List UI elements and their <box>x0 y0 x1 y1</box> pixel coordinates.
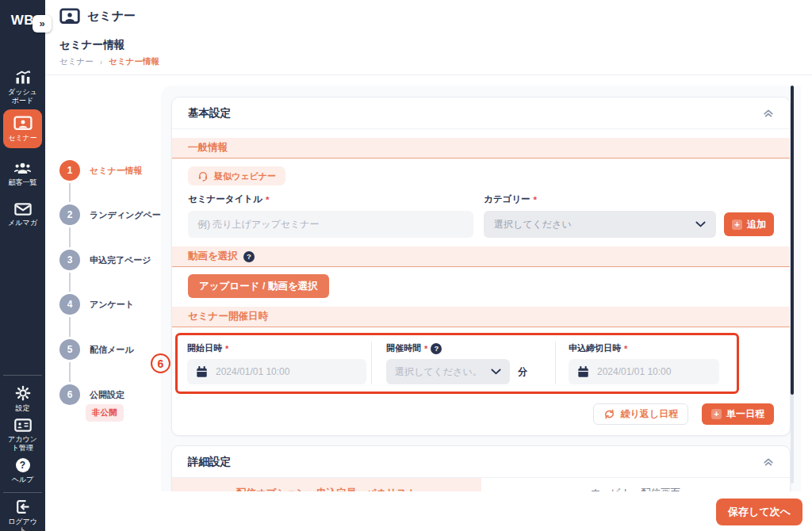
step-number: 1 <box>59 160 80 181</box>
help-icon: ? <box>16 458 30 472</box>
select-placeholder: 選択してください。 <box>395 365 482 379</box>
sidebar-item-dashboard[interactable]: ダッシュボード <box>0 70 45 106</box>
step-connector <box>69 273 71 292</box>
advanced-tabs: 配信オプション・申込定員・パネリスト ウェビナー配信画面 <box>172 478 790 491</box>
step-number: 3 <box>59 250 80 270</box>
deadline-label: 申込締切日時 * <box>569 342 737 354</box>
category-label: カテゴリー * <box>484 193 774 205</box>
minutes-suffix: 分 <box>518 365 527 379</box>
status-badge-private: 非公開 <box>86 404 124 422</box>
step-1-seminar-info[interactable]: 1 セミナー情報 <box>59 160 143 181</box>
sidebar-item-label: 設定 <box>5 404 41 413</box>
step-connector <box>69 362 71 382</box>
section-title: 動画を選択 <box>188 250 238 263</box>
upload-video-button[interactable]: アップロード / 動画を選択 <box>188 274 329 298</box>
repeat-schedule-button[interactable]: 繰り返し日程 <box>593 403 688 425</box>
step-number: 4 <box>59 294 80 315</box>
required-mark: * <box>225 344 228 353</box>
add-category-button[interactable]: + 追加 <box>724 212 774 236</box>
step-4-survey[interactable]: 4 アンケート <box>59 294 134 315</box>
sidebar-item-account[interactable]: アカウント管理 <box>0 418 45 453</box>
required-mark: * <box>534 195 537 204</box>
advanced-settings-card: 詳細設定 配信オプション・申込定員・パネリスト ウェビナー配信画面 <box>171 445 791 491</box>
step-label: ランディングページ <box>90 209 170 221</box>
section-seminar-datetime: セミナー開催日時 <box>172 307 790 327</box>
start-datetime-input[interactable]: 2024/01/01 10:00 <box>187 359 366 384</box>
start-datetime-label: 開始日時 * <box>187 342 371 354</box>
breadcrumb-seminar[interactable]: セミナー <box>59 56 94 67</box>
card-title: 詳細設定 <box>188 455 231 469</box>
customers-icon <box>13 162 32 175</box>
duration-label: 開催時間* ? <box>386 342 555 354</box>
sidebar-item-help[interactable]: ? ヘルプ <box>0 458 45 484</box>
id-card-icon <box>14 418 32 432</box>
breadcrumb-separator-icon: › <box>100 57 103 67</box>
sidebar-item-customers[interactable]: 顧客一覧 <box>0 162 45 187</box>
sidebar-item-seminar[interactable]: セミナー <box>3 109 42 148</box>
step-label: 配信メール <box>90 344 134 356</box>
seminar-title-input[interactable] <box>188 211 473 238</box>
step-connector <box>69 227 71 247</box>
step-number: 2 <box>59 204 80 225</box>
date-placeholder: 2024/01/01 10:00 <box>216 366 289 377</box>
single-schedule-button[interactable]: + 単一日程 <box>702 403 774 425</box>
webinar-icon <box>13 116 33 131</box>
app-title: セミナー <box>87 9 136 24</box>
save-next-button[interactable]: 保存して次へ <box>716 499 802 525</box>
step-number: 6 <box>59 384 80 405</box>
chevron-double-up-icon[interactable] <box>763 109 774 118</box>
sidebar-item-label: アカウント管理 <box>5 435 41 453</box>
basic-settings-card: 基本設定 一般情報 疑似ウェビナー <box>171 97 791 436</box>
badge-label: 疑似ウェビナー <box>214 170 276 182</box>
sidebar-item-label: セミナー <box>5 134 41 143</box>
repeat-icon <box>603 409 615 419</box>
schedule-highlight-box: 開始日時 * 2024/01/01 10:00 <box>175 333 739 394</box>
section-general-info: 一般情報 <box>172 138 790 159</box>
basic-settings-header: 基本設定 <box>172 97 790 129</box>
sidebar-item-label: 顧客一覧 <box>5 178 41 187</box>
select-placeholder: 選択してください <box>494 218 572 231</box>
seminar-app-icon <box>59 8 80 25</box>
card-title: 基本設定 <box>188 106 231 120</box>
app-sidebar: WB ダッシュボード セミナー <box>0 0 45 531</box>
step-label: アンケート <box>90 299 134 311</box>
help-icon[interactable]: ? <box>243 251 255 262</box>
breadcrumb-current: セミナー情報 <box>109 56 159 67</box>
section-video-select: 動画を選択 ? <box>172 246 790 267</box>
sidebar-item-logout[interactable]: ログアウト <box>0 499 45 531</box>
sidebar-item-label: ログアウト <box>5 518 41 531</box>
sidebar-item-label: メルマガ <box>5 219 41 227</box>
tab-webinar-screen[interactable]: ウェビナー配信画面 <box>481 478 791 491</box>
step-3-completion-page[interactable]: 3 申込完了ページ <box>59 250 151 270</box>
step-5-delivery-mail[interactable]: 5 配信メール <box>59 339 134 360</box>
step-connector <box>69 183 71 202</box>
breadcrumb: セミナー › セミナー情報 <box>59 56 159 67</box>
deadline-datetime-input[interactable]: 2024/01/01 10:00 <box>569 359 719 384</box>
pseudo-webinar-badge: 疑似ウェビナー <box>188 166 285 185</box>
scrollbar-thumb[interactable] <box>791 86 794 395</box>
calendar-icon <box>577 366 589 378</box>
sidebar-divider <box>3 492 42 493</box>
sidebar-item-mail[interactable]: メルマガ <box>0 203 45 227</box>
page-title: セミナー情報 <box>59 38 124 52</box>
sidebar-expand-button[interactable]: » <box>33 15 52 32</box>
category-select[interactable]: 選択してください <box>484 211 716 238</box>
sidebar-item-label: ダッシュボード <box>5 88 41 106</box>
logout-icon <box>15 499 31 514</box>
chevron-double-up-icon[interactable] <box>763 457 774 467</box>
required-mark: * <box>266 195 269 204</box>
duration-select[interactable]: 選択してください。 <box>386 359 510 384</box>
step-label: 公開設定 <box>90 389 124 401</box>
headset-icon <box>197 170 209 181</box>
chevron-down-icon <box>695 221 706 227</box>
sidebar-item-settings[interactable]: 設定 <box>0 385 45 413</box>
main-panel: 基本設定 一般情報 疑似ウェビナー <box>161 86 801 491</box>
help-icon[interactable]: ? <box>431 343 442 354</box>
step-2-landing-page[interactable]: 2 ランディングページ <box>59 204 170 225</box>
required-mark: * <box>424 344 427 353</box>
dashboard-icon <box>14 70 32 85</box>
step-6-publish-settings[interactable]: 6 公開設定 <box>59 384 124 405</box>
tab-delivery-options[interactable]: 配信オプション・申込定員・パネリスト <box>172 478 481 491</box>
scrollbar-track[interactable] <box>791 86 794 483</box>
step-number: 5 <box>59 339 80 360</box>
